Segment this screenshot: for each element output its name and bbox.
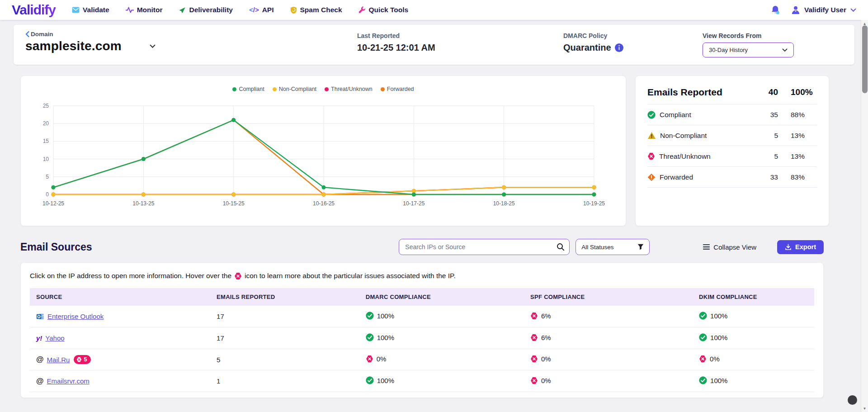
instruction-text-after: icon to learn more about the particular … (245, 272, 456, 280)
nav-item-deliverability[interactable]: Deliverability (179, 6, 233, 14)
yahoo-icon: y! (36, 334, 42, 342)
emails-reported-value: 17 (210, 327, 359, 349)
compliance-value: 6% (541, 334, 551, 341)
emails-reported-value: 1 (210, 370, 359, 392)
filter-funnel-icon (637, 244, 644, 250)
domain-selector[interactable] (150, 44, 156, 48)
source-link[interactable]: Mail.Ru (47, 356, 70, 364)
col-dmarc-compliance: DMARC COMPLIANCE (359, 288, 524, 306)
legend-dot (325, 87, 329, 91)
svg-text:10-18-25: 10-18-25 (493, 200, 515, 207)
emails-reported-panel: Emails Reported 40 100% Compliant3588%No… (635, 76, 829, 226)
instruction-text-before: Click on the IP address to open more inf… (30, 272, 231, 280)
source-link[interactable]: Emailsrvr.com (47, 377, 90, 385)
scrollbar-thumb[interactable] (862, 25, 868, 93)
search-input[interactable] (399, 239, 570, 255)
compliance-value: 0% (377, 355, 387, 363)
table-header-row: SOURCE EMAILS REPORTED DMARC COMPLIANCE … (30, 288, 814, 306)
history-range-value: 30-Day History (709, 47, 748, 53)
summary-row-pct: 13% (778, 152, 817, 161)
x-hexagon-icon: 0% (366, 355, 387, 363)
check-circle-icon: 100% (366, 312, 394, 320)
svg-text:10-19-25: 10-19-25 (583, 200, 605, 207)
bell-icon[interactable] (770, 5, 780, 15)
warning-triangle-icon (647, 132, 656, 139)
x-hexagon-icon: 6% (530, 334, 551, 341)
x-hexagon-icon (647, 152, 655, 160)
compliance-value: 100% (377, 312, 394, 320)
summary-row-count: 33 (753, 173, 778, 181)
chart-legend: CompliantNon-CompliantThreat/UnknownForw… (31, 86, 616, 92)
table-row: Enterprise Outlook17100%6%100% (30, 306, 814, 327)
nav-item-monitor[interactable]: Monitor (126, 6, 163, 14)
compliance-value: 100% (377, 377, 394, 384)
summary-row-forwarded: Forwarded3383% (647, 167, 817, 188)
export-button[interactable]: Export (777, 240, 824, 254)
summary-total-pct: 100% (778, 87, 817, 97)
summary-row-non-compliant: Non-Compliant513% (647, 125, 817, 146)
x-hexagon-icon: 0% (699, 355, 720, 363)
legend-label: Threat/Unknown (331, 86, 373, 92)
compliance-value: 6% (541, 312, 551, 320)
legend-dot (232, 87, 236, 91)
domain-header-card: Domain samplesite.com Last Reported 10-2… (14, 25, 854, 65)
scroll-down-arrow[interactable]: ▼ (861, 405, 868, 412)
issues-badge[interactable]: 5 (74, 355, 91, 364)
collapse-view-button[interactable]: Collapse View (703, 243, 756, 251)
summary-row-threat-unknown: Threat/Unknown513% (647, 146, 817, 167)
compliance-trend-chart: 051015202510-12-2510-13-2510-15-2510-16-… (31, 99, 617, 213)
svg-text:10-12-25: 10-12-25 (42, 200, 64, 207)
nav-item-api[interactable]: </>API (249, 6, 274, 14)
table-row: @Emailsrvr.com1100%0%100% (30, 370, 814, 392)
floating-button[interactable] (848, 395, 857, 405)
svg-text:10: 10 (43, 156, 49, 162)
back-to-domains[interactable]: Domain (25, 31, 357, 38)
page-scrollbar[interactable]: ▲ ▼ (861, 20, 868, 412)
legend-item-non-compliant: Non-Compliant (273, 86, 316, 92)
collapse-view-label: Collapse View (713, 243, 756, 251)
email-sources-table: SOURCE EMAILS REPORTED DMARC COMPLIANCE … (30, 288, 814, 392)
download-icon (785, 244, 792, 251)
legend-dot (381, 87, 385, 91)
nav-item-validate[interactable]: Validate (72, 6, 109, 14)
envelope-icon (72, 7, 80, 13)
source-link[interactable]: Yahoo (45, 334, 64, 342)
history-range-select[interactable]: 30-Day History (703, 43, 794, 57)
check-circle-icon: 100% (366, 333, 394, 341)
summary-row-count: 5 (753, 132, 778, 140)
summary-row-count: 5 (753, 152, 778, 161)
outlook-icon (36, 313, 44, 321)
domain-name: samplesite.com (25, 39, 122, 53)
nav-item-spam-check[interactable]: Spam Check (290, 6, 342, 14)
source-link[interactable]: Enterprise Outlook (47, 313, 104, 320)
nav-item-label: Deliverability (189, 6, 233, 14)
compliance-value: 0% (541, 377, 551, 384)
col-spf-compliance: SPF COMPLIANCE (524, 288, 693, 306)
compliance-trend-card: CompliantNon-CompliantThreat/UnknownForw… (20, 76, 626, 226)
exclaim-diamond-icon (647, 173, 656, 181)
legend-item-compliant: Compliant (232, 86, 264, 92)
emails-reported-value: 5 (210, 349, 359, 370)
at-icon: @ (36, 355, 44, 364)
user-menu[interactable]: Validify User (791, 5, 856, 14)
info-icon[interactable] (615, 43, 623, 52)
legend-dot (273, 87, 277, 91)
chevron-down-icon (850, 8, 856, 12)
svg-text:5: 5 (46, 174, 49, 180)
compliance-value: 100% (710, 312, 727, 320)
status-filter-select[interactable]: All Statuses (576, 239, 650, 255)
pulse-icon (126, 7, 134, 13)
dmarc-policy-label: DMARC Policy (563, 32, 703, 39)
dmarc-policy-value: Quarantine (563, 43, 611, 53)
nav-item-label: Spam Check (300, 6, 342, 14)
col-source: SOURCE (30, 288, 210, 306)
x-hexagon-icon: 0% (530, 355, 551, 363)
nav-item-quick-tools[interactable]: Quick Tools (359, 6, 409, 14)
svg-text:10-13-25: 10-13-25 (132, 200, 154, 207)
compliance-value: 100% (710, 334, 727, 341)
export-label: Export (795, 243, 816, 251)
col-dkim-compliance: DKIM COMPLIANCE (693, 288, 814, 306)
validify-logo[interactable]: Validify (12, 2, 56, 18)
col-emails-reported: EMAILS REPORTED (210, 288, 359, 306)
search-icon[interactable] (557, 243, 565, 251)
